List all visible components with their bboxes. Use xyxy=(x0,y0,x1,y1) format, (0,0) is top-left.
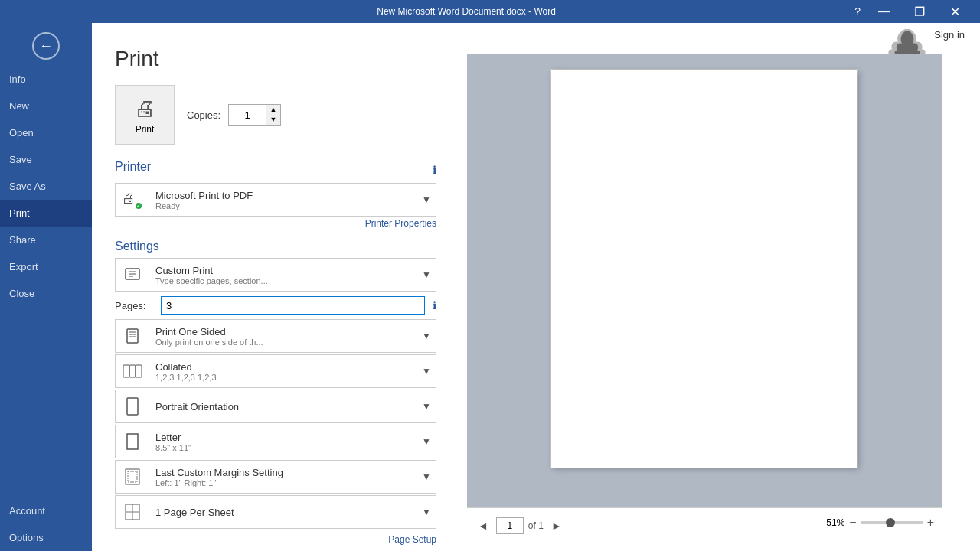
page-title: Print xyxy=(115,47,436,71)
collated-arrow: ▼ xyxy=(417,354,436,388)
print-one-sided-dropdown[interactable]: Print One Sided Only print on one side o… xyxy=(115,319,436,353)
printer-status-text: Ready xyxy=(155,201,411,210)
sidebar-item-save[interactable]: Save xyxy=(0,146,92,173)
settings-section: Settings Custom Print xyxy=(115,240,436,529)
zoom-percent: 51% xyxy=(826,517,844,528)
sidebar-item-new[interactable]: New xyxy=(0,93,92,119)
printer-properties-link[interactable]: Printer Properties xyxy=(115,218,436,229)
titlebar-title: New Microsoft Word Document.docx - Word xyxy=(84,6,848,17)
back-button[interactable]: ← xyxy=(32,32,60,60)
printer-dropdown[interactable]: 🖨 ✓ Microsoft Print to PDF Ready ▼ xyxy=(115,183,436,217)
collated-label: Collated xyxy=(155,361,411,373)
sidebar-item-save-as[interactable]: Save As xyxy=(0,173,92,200)
sidebar-item-open[interactable]: Open xyxy=(0,119,92,146)
printer-dropdown-text: Microsoft Print to PDF Ready xyxy=(149,187,417,214)
pages-per-sheet-dropdown[interactable]: 1 Page Per Sheet ▼ xyxy=(115,495,436,529)
zoom-slider[interactable] xyxy=(861,521,923,524)
print-one-sided-arrow: ▼ xyxy=(417,319,436,353)
pages-per-sheet-text: 1 Page Per Sheet xyxy=(149,504,417,521)
prev-page-button[interactable]: ◄ xyxy=(475,518,492,533)
print-left-panel: Print 🖨 Print Copies: ▲ ▼ xyxy=(115,47,436,545)
orientation-arrow: ▼ xyxy=(417,390,436,423)
print-area: Print 🖨 Print Copies: ▲ ▼ xyxy=(92,47,980,545)
help-button[interactable]: ? xyxy=(848,0,867,23)
paper-size-dropdown[interactable]: Letter 8.5" x 11" ▼ xyxy=(115,425,436,458)
printer-header-row: Printer ℹ xyxy=(115,160,436,180)
preview-area: ◄ of 1 ► 51% − + xyxy=(452,47,957,545)
printer-info-icon[interactable]: ℹ xyxy=(433,164,436,176)
zoom-slider-thumb xyxy=(886,518,895,527)
margins-arrow: ▼ xyxy=(417,460,436,494)
paper-size-arrow: ▼ xyxy=(417,425,436,458)
close-button[interactable]: ✕ xyxy=(937,0,972,23)
sidebar-item-export[interactable]: Export xyxy=(0,253,92,280)
sidebar-item-print[interactable]: Print xyxy=(0,200,92,227)
collated-dropdown[interactable]: Collated 1,2,3 1,2,3 1,2,3 ▼ xyxy=(115,354,436,388)
collated-sub: 1,2,3 1,2,3 1,2,3 xyxy=(155,373,411,382)
print-one-sided-icon xyxy=(116,319,149,353)
paper-size-label: Letter xyxy=(155,432,411,443)
printer-status: 🖨 ✓ xyxy=(122,189,143,210)
margins-text: Last Custom Margins Setting Left: 1" Rig… xyxy=(149,464,417,491)
app-body: ← Info New Open Save Save As Print Share… xyxy=(0,23,980,551)
printer-dropdown-arrow: ▼ xyxy=(417,183,436,217)
next-page-button[interactable]: ► xyxy=(548,518,565,533)
pages-per-sheet-icon xyxy=(116,495,149,529)
orientation-dropdown[interactable]: Portrait Orientation ▼ xyxy=(115,390,436,423)
print-controls: 🖨 Print Copies: ▲ ▼ xyxy=(115,85,436,145)
paper-size-icon xyxy=(116,425,149,458)
page-nav-of: of 1 xyxy=(528,520,544,531)
pages-row: Pages: ℹ xyxy=(115,296,436,315)
main-header: Sign in xyxy=(92,23,980,47)
sidebar-item-share[interactable]: Share xyxy=(0,227,92,253)
settings-label: Settings xyxy=(115,240,159,253)
restore-button[interactable]: ❐ xyxy=(902,0,937,23)
page-navigation: ◄ of 1 ► xyxy=(475,517,565,534)
sidebar-bottom: Account Options xyxy=(0,497,92,551)
svg-rect-14 xyxy=(128,471,137,482)
main-content: Sign in Print 🖨 Print Copies: xyxy=(92,23,980,551)
print-one-sided-text: Print One Sided Only print on one side o… xyxy=(149,323,417,350)
page-setup-link[interactable]: Page Setup xyxy=(388,534,436,545)
sidebar-item-info[interactable]: Info xyxy=(0,66,92,93)
copies-increment[interactable]: ▲ xyxy=(266,105,280,115)
margins-dropdown[interactable]: Last Custom Margins Setting Left: 1" Rig… xyxy=(115,460,436,494)
preview-paper xyxy=(551,70,858,468)
zoom-in-button[interactable]: + xyxy=(927,516,934,530)
minimize-button[interactable]: — xyxy=(867,0,902,23)
copies-input-wrap: ▲ ▼ xyxy=(228,104,281,126)
printer-icon-wrap: 🖨 ✓ xyxy=(122,189,143,210)
custom-print-label: Custom Print xyxy=(155,265,411,276)
sidebar-item-account[interactable]: Account xyxy=(0,497,92,524)
paper-size-sub: 8.5" x 11" xyxy=(155,443,411,452)
pages-info-icon[interactable]: ℹ xyxy=(433,299,436,311)
print-one-sided-label: Print One Sided xyxy=(155,326,411,337)
pages-per-sheet-arrow: ▼ xyxy=(417,495,436,529)
svg-rect-9 xyxy=(129,365,136,377)
print-one-sided-sub: Only print on one side of th... xyxy=(155,337,411,347)
sidebar-item-options[interactable]: Options xyxy=(0,524,92,551)
copies-decrement[interactable]: ▼ xyxy=(266,115,280,125)
collated-icon xyxy=(116,354,149,388)
titlebar-controls: ? — ❐ ✕ xyxy=(848,0,972,23)
printer-icon: 🖨 xyxy=(134,96,155,121)
pages-input[interactable] xyxy=(161,296,425,315)
margins-label: Last Custom Margins Setting xyxy=(155,467,411,478)
sidebar: ← Info New Open Save Save As Print Share… xyxy=(0,23,92,551)
custom-print-dropdown[interactable]: Custom Print Type specific pages, sectio… xyxy=(115,258,436,292)
svg-rect-11 xyxy=(127,398,138,415)
orientation-text: Portrait Orientation xyxy=(149,398,417,416)
printer-section-label: Printer xyxy=(115,160,151,174)
copies-input[interactable] xyxy=(229,105,266,125)
print-button[interactable]: 🖨 Print xyxy=(115,85,175,145)
sign-in-button[interactable]: Sign in xyxy=(934,29,965,41)
printer-dropdown-icon: 🖨 ✓ xyxy=(116,183,149,217)
custom-print-sub: Type specific pages, section... xyxy=(155,276,411,285)
orientation-icon xyxy=(116,390,149,423)
zoom-out-button[interactable]: − xyxy=(849,516,856,530)
pages-label: Pages: xyxy=(115,300,153,311)
status-dot: ✓ xyxy=(134,201,143,210)
sidebar-item-close[interactable]: Close xyxy=(0,280,92,307)
zoom-controls: 51% − + xyxy=(826,516,934,530)
page-number-input[interactable] xyxy=(496,517,524,534)
